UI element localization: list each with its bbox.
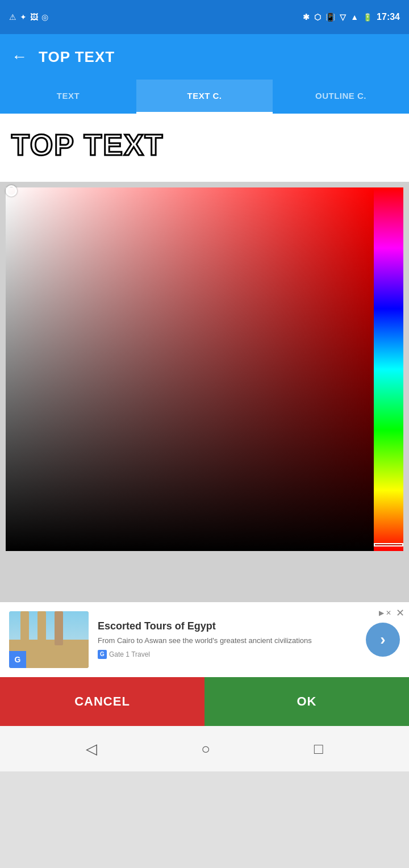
status-left-icons: ⚠ ✦ 🖼 ◎ [9, 12, 48, 22]
bluetooth-icon: ✱ [303, 12, 310, 22]
ad-content: Escorted Tours of Egypt From Cairo to As… [98, 620, 357, 658]
saturation-cursor [6, 185, 17, 197]
tab-outline-c[interactable]: OUTLINE C. [273, 80, 409, 114]
clock: 17:34 [377, 12, 400, 22]
back-nav-button[interactable]: ◁ [86, 740, 97, 758]
status-right-icons: ✱ ⬡ 📳 ▽ ▲ 🔋 17:34 [303, 12, 400, 22]
gate1-logo: G [98, 650, 107, 659]
ad-logo-g: G [9, 651, 26, 668]
preview-area: TOP TEXT [0, 114, 409, 182]
battery-icon: 🔋 [363, 13, 372, 22]
status-bar: ⚠ ✦ 🖼 ◎ ✱ ⬡ 📳 ▽ ▲ 🔋 17:34 [0, 0, 409, 34]
warning-icon: ⚠ [9, 12, 16, 22]
cancel-button[interactable]: CANCEL [0, 677, 204, 726]
signal-bars-icon: ▲ [350, 12, 358, 22]
wifi-icon: ✦ [20, 12, 27, 22]
color-saturation-panel[interactable] [6, 187, 374, 551]
vibrate-icon: 📳 [325, 12, 335, 22]
preview-text: TOP TEXT [11, 128, 164, 162]
ad-image: G [9, 611, 89, 668]
circle-icon: ◎ [41, 12, 48, 22]
hue-indicator [374, 543, 403, 546]
ad-subtitle: From Cairo to Aswan see the world's grea… [98, 636, 357, 646]
column-2 [37, 611, 46, 651]
toolbar: ← TOP TEXT [0, 34, 409, 80]
back-button[interactable]: ← [11, 48, 27, 66]
recents-nav-button[interactable]: □ [314, 740, 323, 758]
chevron-right-icon: › [380, 631, 385, 649]
tab-text-c[interactable]: TEXT C. [136, 80, 273, 114]
ad-close-button[interactable]: ✕ [396, 607, 404, 619]
ad-banner: G Escorted Tours of Egypt From Cairo to … [0, 602, 409, 677]
signal-icon: ▽ [340, 12, 346, 22]
color-picker-container [0, 182, 409, 557]
nav-bar: ◁ ○ □ [0, 726, 409, 771]
tabs-container: TEXT TEXT C. OUTLINE C. [0, 80, 409, 114]
nfc-icon: ⬡ [314, 12, 321, 22]
home-nav-button[interactable]: ○ [201, 740, 210, 758]
tab-text[interactable]: TEXT [0, 80, 136, 114]
ad-close-area: ▶ ✕ ✕ [379, 607, 404, 619]
column-1 [20, 611, 29, 651]
ad-info-icon: ▶ ✕ [379, 609, 391, 617]
bottom-buttons: CANCEL OK [0, 677, 409, 726]
color-picker-wrapper[interactable] [6, 187, 403, 551]
ad-cta-button[interactable]: › [366, 623, 400, 657]
ad-source: G Gate 1 Travel [98, 650, 357, 659]
toolbar-title: TOP TEXT [39, 48, 115, 66]
ok-button[interactable]: OK [204, 677, 409, 726]
image-icon: 🖼 [30, 12, 38, 22]
ad-title: Escorted Tours of Egypt [98, 620, 357, 632]
column-3 [55, 611, 63, 645]
color-hue-strip[interactable] [374, 187, 403, 551]
spacer [0, 557, 409, 602]
